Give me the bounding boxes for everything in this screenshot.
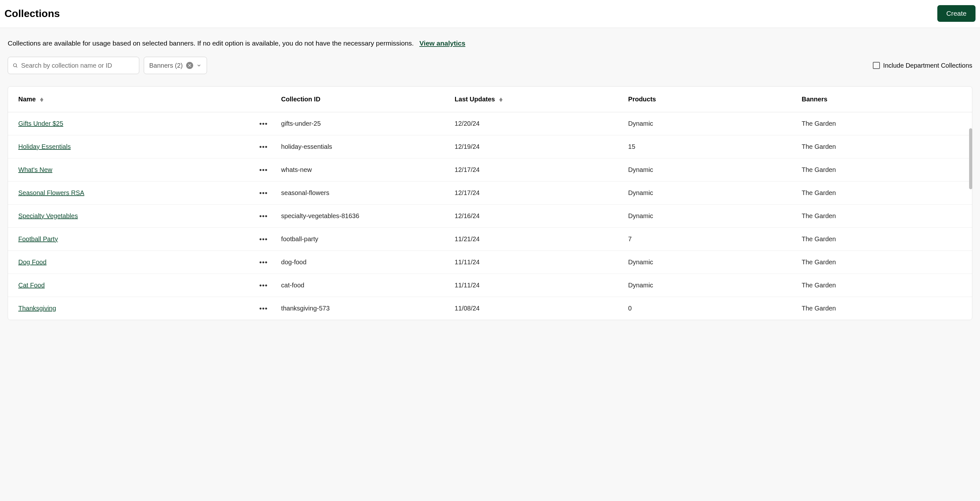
last-updated: 12/19/24 <box>452 135 625 159</box>
last-updated: 11/21/24 <box>452 228 625 251</box>
row-actions-button[interactable]: ••• <box>249 135 278 159</box>
info-text: Collections are available for usage base… <box>8 40 972 47</box>
row-actions-button[interactable]: ••• <box>249 112 278 135</box>
collection-link[interactable]: Specialty Vegetables <box>18 212 78 219</box>
products-value: Dynamic <box>625 205 799 228</box>
products-value: Dynamic <box>625 182 799 205</box>
banners-value: The Garden <box>799 159 972 182</box>
last-updated: 12/17/24 <box>452 159 625 182</box>
banners-value: The Garden <box>799 205 972 228</box>
table-row: What's New•••whats-new12/17/24DynamicThe… <box>8 159 972 182</box>
banners-value: The Garden <box>799 112 972 135</box>
column-header-last-updates[interactable]: Last Updates <box>452 87 625 112</box>
scrollbar[interactable] <box>969 128 972 189</box>
search-input[interactable] <box>21 62 134 69</box>
collection-id: dog-food <box>278 251 452 274</box>
sort-icon <box>40 98 43 102</box>
svg-marker-7 <box>499 100 503 102</box>
table-row: Specialty Vegetables•••specialty-vegetab… <box>8 205 972 228</box>
row-actions-button[interactable]: ••• <box>249 251 278 274</box>
banners-value: The Garden <box>799 297 972 320</box>
checkbox-icon <box>873 62 880 69</box>
collection-id: thanksgiving-573 <box>278 297 452 320</box>
collection-link[interactable]: Gifts Under $25 <box>18 120 63 127</box>
products-value: Dynamic <box>625 251 799 274</box>
banners-value: The Garden <box>799 228 972 251</box>
products-value: 15 <box>625 135 799 159</box>
collection-id: seasonal-flowers <box>278 182 452 205</box>
info-message: Collections are available for usage base… <box>8 40 414 47</box>
last-updated: 12/16/24 <box>452 205 625 228</box>
products-value: Dynamic <box>625 274 799 297</box>
chevron-down-icon <box>196 63 202 68</box>
include-department-label: Include Department Collections <box>883 62 972 69</box>
row-actions-button[interactable]: ••• <box>249 182 278 205</box>
table-row: Gifts Under $25•••gifts-under-2512/20/24… <box>8 112 972 135</box>
collections-table: Name Collection ID Last Updates <box>8 86 972 320</box>
last-updated: 11/11/24 <box>452 274 625 297</box>
banners-value: The Garden <box>799 135 972 159</box>
last-updated: 12/20/24 <box>452 112 625 135</box>
clear-filter-icon[interactable] <box>186 62 193 69</box>
products-value: 0 <box>625 297 799 320</box>
collection-id: cat-food <box>278 274 452 297</box>
create-button[interactable]: Create <box>937 5 975 22</box>
svg-point-0 <box>13 63 17 67</box>
svg-marker-4 <box>40 98 43 100</box>
banners-filter-label: Banners (2) <box>149 62 183 69</box>
page-title: Collections <box>5 8 60 19</box>
banners-filter[interactable]: Banners (2) <box>144 57 207 74</box>
banners-value: The Garden <box>799 182 972 205</box>
products-value: Dynamic <box>625 159 799 182</box>
column-header-collection-id[interactable]: Collection ID <box>278 87 452 112</box>
search-box[interactable] <box>8 57 139 74</box>
sort-icon <box>499 98 503 102</box>
table-row: Dog Food•••dog-food11/11/24DynamicThe Ga… <box>8 251 972 274</box>
column-header-banners[interactable]: Banners <box>799 87 972 112</box>
row-actions-button[interactable]: ••• <box>249 297 278 320</box>
collection-link[interactable]: Seasonal Flowers RSA <box>18 189 84 196</box>
column-header-products[interactable]: Products <box>625 87 799 112</box>
last-updated: 11/11/24 <box>452 251 625 274</box>
svg-line-1 <box>16 67 18 67</box>
view-analytics-link[interactable]: View analytics <box>419 40 465 47</box>
collection-link[interactable]: Thanksgiving <box>18 305 56 312</box>
column-header-name[interactable]: Name <box>8 87 249 112</box>
last-updated: 11/08/24 <box>452 297 625 320</box>
collection-id: holiday-essentials <box>278 135 452 159</box>
banners-value: The Garden <box>799 274 972 297</box>
collection-id: whats-new <box>278 159 452 182</box>
banners-value: The Garden <box>799 251 972 274</box>
last-updated: 12/17/24 <box>452 182 625 205</box>
table-row: Cat Food•••cat-food11/11/24DynamicThe Ga… <box>8 274 972 297</box>
collection-id: specialty-vegetables-81636 <box>278 205 452 228</box>
collection-id: gifts-under-25 <box>278 112 452 135</box>
products-value: Dynamic <box>625 112 799 135</box>
table-row: Seasonal Flowers RSA•••seasonal-flowers1… <box>8 182 972 205</box>
row-actions-button[interactable]: ••• <box>249 228 278 251</box>
row-actions-button[interactable]: ••• <box>249 274 278 297</box>
table-row: Football Party•••football-party11/21/247… <box>8 228 972 251</box>
collection-id: football-party <box>278 228 452 251</box>
products-value: 7 <box>625 228 799 251</box>
collection-link[interactable]: Football Party <box>18 235 58 243</box>
search-icon <box>13 63 18 68</box>
collection-link[interactable]: Holiday Essentials <box>18 143 71 150</box>
table-row: Holiday Essentials•••holiday-essentials1… <box>8 135 972 159</box>
row-actions-button[interactable]: ••• <box>249 159 278 182</box>
row-actions-button[interactable]: ••• <box>249 205 278 228</box>
collection-link[interactable]: Cat Food <box>18 282 45 289</box>
include-department-checkbox[interactable]: Include Department Collections <box>873 62 972 69</box>
table-row: Thanksgiving•••thanksgiving-57311/08/240… <box>8 297 972 320</box>
collection-link[interactable]: What's New <box>18 166 52 173</box>
svg-marker-5 <box>40 100 43 102</box>
svg-marker-6 <box>499 98 503 100</box>
collection-link[interactable]: Dog Food <box>18 258 46 266</box>
